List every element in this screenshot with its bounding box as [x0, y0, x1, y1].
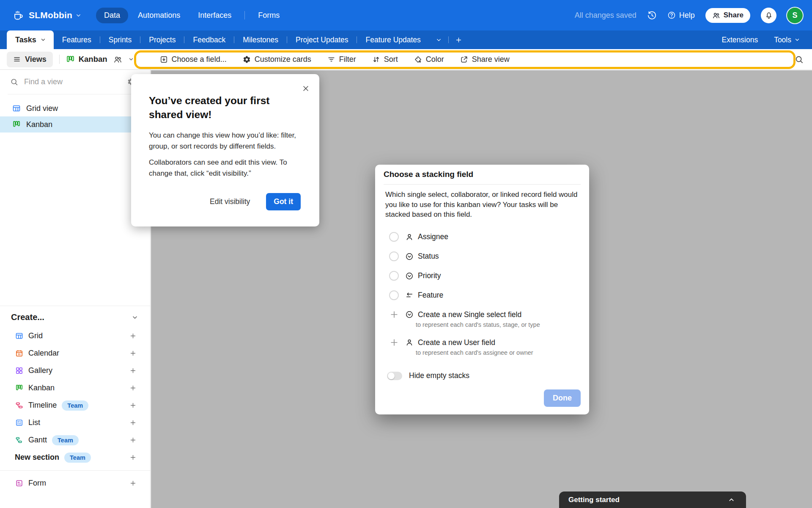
sidebar-divider	[8, 94, 150, 94]
radio-button[interactable]	[389, 251, 399, 261]
user-avatar[interactable]: S	[787, 8, 803, 23]
views-sidebar-toggle[interactable]: Views	[7, 52, 53, 67]
sidebar-view-grid[interactable]: Grid view	[0, 100, 150, 116]
search-icon	[10, 78, 18, 86]
kanban-view-icon	[15, 384, 23, 392]
radio-button[interactable]	[389, 232, 399, 242]
option-label: Status	[418, 252, 439, 261]
plus-icon[interactable]	[129, 332, 137, 340]
create-item-new-section[interactable]: New section Team	[0, 449, 150, 466]
tab-features[interactable]: Features	[54, 36, 100, 44]
plus-icon[interactable]	[129, 350, 137, 357]
customize-cards-button[interactable]: Customize cards	[235, 49, 319, 69]
chevron-down-icon	[128, 56, 134, 62]
tab-projects[interactable]: Projects	[140, 36, 184, 44]
getting-started-panel[interactable]: Getting started	[559, 491, 746, 508]
plus-icon[interactable]	[129, 480, 137, 487]
share-button[interactable]: Share	[705, 8, 750, 23]
more-tables-button[interactable]	[429, 37, 448, 43]
timeline-icon	[15, 401, 23, 409]
help-button[interactable]: Help	[667, 11, 695, 20]
plus-icon[interactable]	[129, 454, 137, 461]
option-status[interactable]: Status	[375, 247, 589, 266]
tab-project-updates[interactable]: Project Updates	[287, 36, 357, 44]
create-item-kanban[interactable]: Kanban	[0, 379, 150, 397]
create-user-field-option[interactable]: Create a new User field to represent eac…	[375, 337, 589, 364]
tab-tasks[interactable]: Tasks	[7, 30, 54, 49]
plus-icon[interactable]	[129, 402, 137, 409]
tools-chevron-down-icon[interactable]	[794, 37, 800, 43]
help-label: Help	[679, 11, 695, 20]
popup-body-2: Collaborators can see and edit this view…	[149, 157, 306, 179]
nav-forms[interactable]: Forms	[250, 8, 288, 23]
radio-button[interactable]	[389, 271, 399, 281]
create-item-grid[interactable]: Grid	[0, 327, 150, 345]
radio-button[interactable]	[389, 290, 399, 300]
hide-empty-stacks-row[interactable]: Hide empty stacks	[387, 371, 469, 380]
choose-field-button[interactable]: Choose a field...	[152, 49, 235, 69]
chevron-up-icon[interactable]	[728, 496, 735, 503]
create-item-label: Gallery	[28, 366, 52, 375]
tab-milestones[interactable]: Milestones	[234, 36, 287, 44]
share-view-label: Share view	[472, 55, 510, 64]
got-it-button[interactable]: Got it	[266, 193, 301, 210]
base-title[interactable]: SLMobbin	[29, 10, 72, 20]
notifications-button[interactable]	[761, 8, 776, 23]
find-view-input[interactable]	[24, 77, 127, 86]
color-button[interactable]: Color	[406, 49, 452, 69]
topbar: SLMobbin Data Automations Interfaces For…	[0, 0, 812, 30]
create-section-header[interactable]: Create...	[0, 306, 150, 327]
create-item-form[interactable]: Form	[0, 475, 150, 492]
create-section: Create... Grid 31 Calendar	[0, 306, 150, 492]
create-single-select-field-option[interactable]: Create a new Single select field to repr…	[375, 309, 589, 336]
extensions-button[interactable]: Extensions	[714, 36, 766, 44]
hide-empty-stacks-toggle[interactable]	[387, 372, 402, 380]
sort-button[interactable]: Sort	[364, 49, 406, 69]
grid-view-icon	[15, 332, 23, 340]
option-feature[interactable]: Feature	[375, 286, 589, 305]
nav-interfaces[interactable]: Interfaces	[190, 8, 239, 23]
choose-field-label: Choose a field...	[172, 55, 227, 64]
first-shared-view-popup: You’ve created your first shared view! Y…	[131, 74, 319, 226]
team-badge: Team	[64, 453, 91, 463]
color-tag-icon	[414, 55, 422, 64]
share-view-button[interactable]: Share view	[452, 49, 518, 69]
done-button[interactable]: Done	[544, 389, 581, 407]
tab-feature-updates[interactable]: Feature Updates	[357, 36, 429, 44]
hamburger-icon	[13, 55, 21, 63]
tab-feedback[interactable]: Feedback	[184, 36, 234, 44]
create-option-label: Create a new Single select field	[418, 310, 521, 319]
nav-divider	[244, 11, 245, 19]
edit-visibility-button[interactable]: Edit visibility	[210, 197, 250, 206]
base-title-chevron-down-icon[interactable]	[75, 12, 82, 19]
history-icon[interactable]	[647, 11, 657, 20]
current-view-selector[interactable]: Kanban	[66, 55, 134, 64]
create-header-label: Create...	[11, 312, 132, 322]
sidebar-view-kanban[interactable]: Kanban	[0, 116, 150, 133]
nav-data[interactable]: Data	[96, 8, 128, 23]
tab-tasks-label: Tasks	[15, 36, 36, 44]
create-item-gantt[interactable]: Gantt Team	[0, 431, 150, 449]
create-item-gallery[interactable]: Gallery	[0, 362, 150, 379]
tab-sprints[interactable]: Sprints	[100, 36, 140, 44]
toolbar-buttons: Choose a field... Customize cards Filter…	[152, 49, 518, 69]
option-assignee[interactable]: Assignee	[375, 227, 589, 247]
option-label: Assignee	[418, 232, 448, 241]
single-select-icon	[405, 310, 414, 319]
plus-icon[interactable]	[129, 419, 137, 426]
plus-icon[interactable]	[129, 436, 137, 444]
plus-icon[interactable]	[129, 367, 137, 374]
close-icon[interactable]	[302, 84, 310, 93]
nav-automations[interactable]: Automations	[130, 8, 188, 23]
filter-button[interactable]: Filter	[319, 49, 364, 69]
create-item-label: Kanban	[28, 384, 55, 392]
create-item-timeline[interactable]: Timeline Team	[0, 397, 150, 414]
workspace-logo-cup-icon[interactable]	[13, 10, 24, 21]
search-icon[interactable]	[795, 55, 804, 64]
create-item-calendar[interactable]: 31 Calendar	[0, 345, 150, 362]
plus-icon[interactable]	[129, 384, 137, 392]
option-priority[interactable]: Priority	[375, 266, 589, 286]
add-table-button[interactable]	[449, 36, 469, 44]
create-item-list[interactable]: List	[0, 414, 150, 431]
topbar-right: All changes saved Help Share	[575, 8, 803, 23]
